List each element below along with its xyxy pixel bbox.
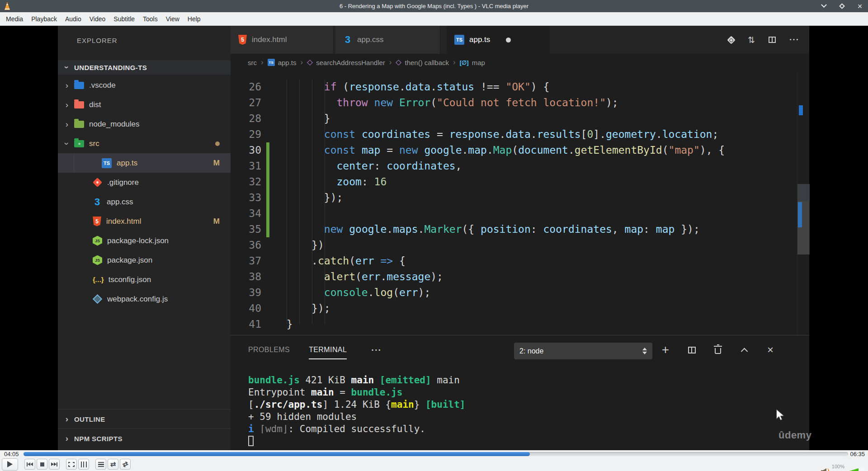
explorer-item-app-css[interactable]: 3app.css [58, 192, 231, 212]
code-line-26[interactable]: 26 if (response.data.status !== "OK") { [231, 79, 797, 95]
explorer-item-webpack-config-js[interactable]: webpack.config.js [58, 289, 231, 309]
more-actions-icon[interactable]: ··· [789, 35, 799, 45]
explorer-item--gitignore[interactable]: .gitignore [58, 173, 231, 192]
tab-app-css[interactable]: 3app.css [335, 26, 440, 54]
minimize-button[interactable] [820, 3, 827, 10]
menu-item-view[interactable]: View [162, 15, 184, 23]
split-terminal-icon[interactable] [687, 347, 696, 353]
menu-item-tools[interactable]: Tools [139, 15, 162, 23]
explorer-item-label: .vscode [89, 81, 116, 90]
play-button[interactable] [2, 458, 18, 471]
breadcrumb-item-4[interactable]: then() callback [396, 59, 449, 66]
terminal-line: bundle.js 421 KiB main [emitted] main [248, 374, 804, 386]
explorer-item--vscode[interactable]: ›.vscode [58, 75, 231, 95]
split-editor-icon[interactable] [769, 37, 776, 43]
breadcrumb-item-5[interactable]: [∅]map [460, 59, 485, 66]
code-line-36[interactable]: 36 }) [231, 237, 797, 253]
close-panel-icon[interactable]: × [766, 346, 775, 354]
breadcrumb-item-1[interactable]: src [248, 59, 257, 66]
tab-index-html[interactable]: 5index.html [231, 26, 334, 54]
previous-button[interactable] [24, 459, 35, 470]
seek-bar[interactable] [24, 452, 848, 456]
code-text: }); [269, 301, 330, 316]
code-editor[interactable]: 26 if (response.data.status !== "OK") {2… [231, 71, 797, 335]
menu-item-video[interactable]: Video [85, 15, 110, 23]
webpack-file-icon [93, 294, 102, 304]
stop-button[interactable] [37, 459, 47, 470]
explorer-item-src[interactable]: ›‹›src [58, 134, 231, 153]
code-line-35[interactable]: 35 new google.maps.Marker({ position: co… [231, 221, 797, 237]
shuffle-button[interactable]: ⇄ [120, 459, 131, 470]
code-line-39[interactable]: 39 console.log(err); [231, 285, 797, 301]
breadcrumb-item-3[interactable]: searchAddressHandler [307, 59, 385, 66]
next-button[interactable] [49, 459, 60, 470]
menu-item-audio[interactable]: Audio [61, 15, 85, 23]
menu-item-subtitle[interactable]: Subtitle [109, 15, 139, 23]
explorer-item-label: app.css [107, 198, 133, 207]
explorer-item-label: index.html [106, 217, 141, 226]
project-root-row[interactable]: › UNDERSTANDING-TS [58, 60, 231, 75]
explorer-item-node-modules[interactable]: ›node_modules [58, 114, 231, 134]
menu-item-help[interactable]: Help [184, 15, 205, 23]
code-line-31[interactable]: 31 center: coordinates, [231, 158, 797, 174]
titlebar[interactable]: 6 - Rendering a Map with Google Maps (in… [0, 0, 868, 12]
explorer-item-tsconfig-json[interactable]: {…}tsconfig.json [58, 270, 231, 289]
vlc-window: 6 - Rendering a Map with Google Maps (in… [0, 0, 868, 471]
sidebar-section-outline[interactable]: ›OUTLINE [58, 409, 231, 429]
select-spinner-icon [642, 348, 647, 354]
git-change-gutter [266, 301, 269, 316]
terminal-line: Entrypoint main = bundle.js [248, 386, 804, 399]
menu-item-media[interactable]: Media [2, 15, 27, 23]
code-line-34[interactable]: 34 [231, 206, 797, 221]
maximize-panel-icon[interactable] [740, 348, 749, 353]
code-line-33[interactable]: 33 }); [231, 190, 797, 206]
panel-tab-problems[interactable]: PROBLEMS [248, 346, 290, 354]
terminal-shell-select[interactable]: 2: node [514, 343, 652, 359]
maximize-button[interactable] [838, 3, 845, 10]
code-line-32[interactable]: 32 zoom: 16 [231, 174, 797, 190]
chevron-right-icon: › [64, 417, 70, 421]
code-line-41[interactable]: 41 } [231, 316, 797, 332]
code-line-30[interactable]: 30 const map = new google.map.Map(docume… [231, 142, 797, 158]
code-text: zoom: 16 [269, 174, 387, 190]
fullscreen-button[interactable] [66, 459, 77, 470]
breadcrumb-item-2[interactable]: TSapp.ts [268, 59, 297, 66]
folder-dist-icon [74, 101, 84, 108]
loop-button[interactable]: ⇄ [108, 459, 118, 470]
explorer-item-dist[interactable]: ›dist [58, 95, 231, 114]
folder-node-modules-icon [74, 121, 84, 128]
code-line-29[interactable]: 29 const coordinates = response.data.res… [231, 127, 797, 142]
chevron-right-icon: › [64, 103, 70, 107]
explorer-item-label: src [89, 139, 99, 148]
udemy-watermark: ûdemy [778, 429, 811, 441]
sidebar-section-label: OUTLINE [74, 415, 105, 423]
compare-changes-icon[interactable]: ⇅ [748, 35, 755, 45]
explorer-item-package-lock-json[interactable]: JSpackage-lock.json [58, 231, 231, 250]
terminal-actions: + × [661, 335, 775, 364]
code-text [269, 206, 274, 221]
sidebar-section-npm-scripts[interactable]: ›NPM SCRIPTS [58, 429, 231, 448]
panel-tabs-more-icon[interactable]: ··· [371, 345, 382, 355]
tab-label: index.html [252, 35, 287, 44]
code-line-40[interactable]: 40 }); [231, 301, 797, 316]
new-terminal-icon[interactable]: + [661, 345, 670, 354]
git-modified-badge: M [213, 159, 220, 168]
panel-tab-terminal[interactable]: TERMINAL [309, 346, 347, 354]
kill-terminal-icon[interactable] [713, 346, 722, 354]
code-line-27[interactable]: 27 throw new Error("Could not fetch loca… [231, 95, 797, 111]
code-line-37[interactable]: 37 .catch(err => { [231, 253, 797, 269]
playlist-button[interactable] [95, 459, 106, 470]
editor-scrollbar[interactable] [797, 71, 809, 335]
terminal-output[interactable]: bundle.js 421 KiB main [emitted] mainEnt… [248, 364, 804, 450]
close-button[interactable]: × [856, 3, 863, 10]
menu-item-playback[interactable]: Playback [27, 15, 61, 23]
open-changes-icon[interactable] [728, 37, 734, 43]
explorer-item-index-html[interactable]: 5index.htmlM [58, 212, 231, 231]
extended-settings-button[interactable] [78, 459, 89, 470]
tab-app-ts[interactable]: TSapp.ts [447, 26, 550, 54]
breadcrumb[interactable]: src›TSapp.ts›searchAddressHandler›then()… [231, 54, 797, 71]
code-line-38[interactable]: 38 alert(err.message); [231, 269, 797, 285]
explorer-item-app-ts[interactable]: TSapp.tsM [58, 153, 231, 173]
explorer-item-package-json[interactable]: JSpackage.json [58, 250, 231, 270]
code-line-28[interactable]: 28 } [231, 111, 797, 127]
